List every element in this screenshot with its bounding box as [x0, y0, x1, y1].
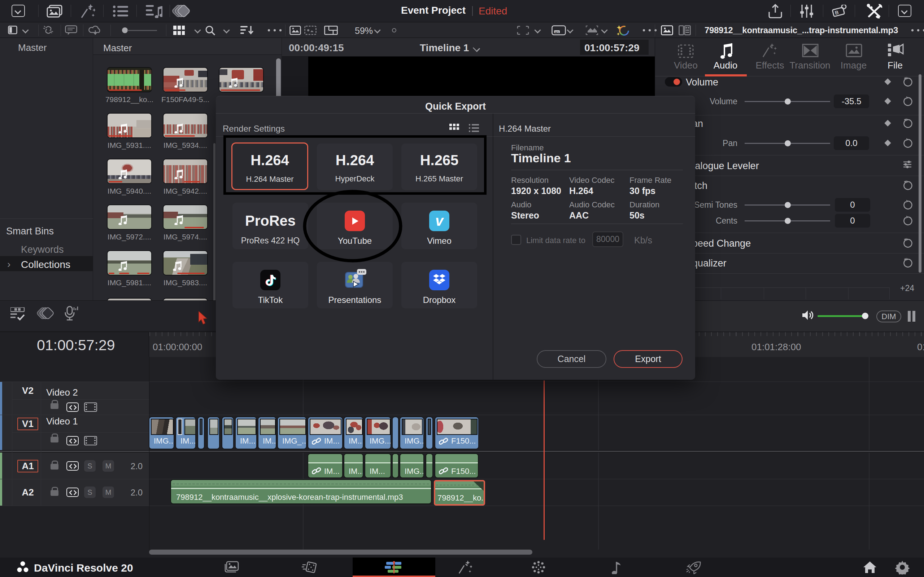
svg-text:B: B	[834, 10, 839, 16]
svg-text:HQ: HQ	[555, 31, 559, 34]
